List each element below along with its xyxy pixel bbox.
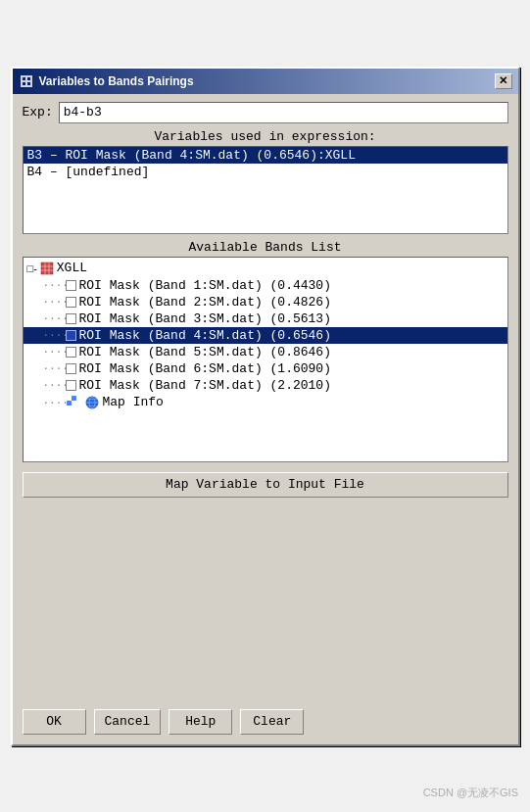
map-info-label: Map Info (103, 395, 164, 409)
vars-list[interactable]: B3 – ROI Mask (Band 4:SM.dat) (0.6546):X… (23, 146, 508, 234)
available-section: Available Bands List □- (23, 240, 508, 462)
svg-rect-0 (21, 75, 32, 87)
tree-child-label: ROI Mask (Band 2:SM.dat) (0.4826) (79, 295, 331, 310)
tree-child-item[interactable]: ····ROI Mask (Band 4:SM.dat) (0.6546) (24, 327, 507, 344)
exp-label: Exp: (23, 105, 53, 119)
tree-checkbox[interactable] (66, 280, 76, 291)
tree-children: ····ROI Mask (Band 1:SM.dat) (0.4430)···… (24, 277, 507, 394)
ok-button[interactable]: OK (23, 709, 86, 735)
vars-list-item[interactable]: B4 – [undefined] (24, 164, 507, 180)
tree-expand-icon[interactable]: □- (27, 263, 37, 274)
tree-checkbox[interactable] (66, 347, 76, 358)
tree-checkbox[interactable] (66, 297, 76, 308)
tree-checkbox[interactable] (66, 363, 76, 374)
dialog-window: Variables to Bands Pairings ✕ Exp: Varia… (11, 67, 520, 746)
vars-list-item[interactable]: B3 – ROI Mask (Band 4:SM.dat) (0.6546):X… (24, 147, 507, 164)
clear-button[interactable]: Clear (240, 709, 304, 735)
tree-child-item[interactable]: ····ROI Mask (Band 7:SM.dat) (2.2010) (24, 377, 507, 394)
tree-child-label: ROI Mask (Band 7:SM.dat) (2.2010) (79, 378, 331, 393)
dots-icon: ···· (43, 346, 63, 358)
bottom-buttons: OK Cancel Help Clear (13, 701, 518, 744)
dots-icon: ···· (43, 296, 63, 308)
tree-child-item[interactable]: ····ROI Mask (Band 6:SM.dat) (1.6090) (24, 360, 507, 377)
svg-rect-11 (72, 396, 76, 401)
svg-rect-1 (23, 77, 25, 80)
exp-row: Exp: (23, 102, 508, 123)
tree-root[interactable]: □- XGLL (24, 260, 507, 277)
watermark: CSDN @无凌不GIS (423, 786, 518, 800)
dots-icon: ···· (43, 329, 63, 341)
dialog-content: Exp: Variables used in expression: B3 – … (13, 94, 518, 505)
tree-child-label: ROI Mask (Band 3:SM.dat) (0.5613) (79, 311, 331, 326)
title-bar: Variables to Bands Pairings ✕ (13, 69, 518, 94)
window-icon (19, 73, 34, 89)
map-info-row[interactable]: ···· (24, 394, 507, 411)
dots-icon: ···· (43, 362, 63, 374)
tree-checkbox[interactable] (66, 313, 76, 324)
tree-container: □- XGLL (24, 258, 507, 413)
dots-icon: ···· (43, 397, 63, 408)
dots-icon: ···· (43, 379, 63, 391)
cancel-button[interactable]: Cancel (94, 709, 162, 735)
map-variable-button[interactable]: Map Variable to Input File (23, 472, 508, 498)
tree-child-item[interactable]: ····ROI Mask (Band 3:SM.dat) (0.5613) (24, 310, 507, 327)
window-title: Variables to Bands Pairings (39, 74, 194, 88)
globe-icon (84, 395, 100, 410)
tree-child-item[interactable]: ····ROI Mask (Band 1:SM.dat) (0.4430) (24, 277, 507, 294)
available-list[interactable]: □- XGLL (23, 257, 508, 462)
help-button[interactable]: Help (169, 709, 232, 735)
tree-checkbox[interactable] (66, 330, 76, 341)
vars-section-label: Variables used in expression: (23, 129, 508, 144)
globe-expand-icon (66, 395, 81, 410)
tree-child-label: ROI Mask (Band 5:SM.dat) (0.8646) (79, 345, 331, 359)
tree-child-item[interactable]: ····ROI Mask (Band 2:SM.dat) (0.4826) (24, 294, 507, 310)
tree-checkbox[interactable] (66, 380, 76, 391)
svg-rect-3 (23, 82, 25, 85)
exp-input[interactable] (59, 102, 508, 123)
tree-child-label: ROI Mask (Band 4:SM.dat) (0.6546) (79, 328, 331, 343)
available-section-label: Available Bands List (23, 240, 508, 255)
svg-rect-2 (27, 77, 30, 80)
tree-child-label: ROI Mask (Band 1:SM.dat) (0.4430) (79, 278, 331, 293)
svg-rect-5 (41, 263, 53, 274)
tree-child-label: ROI Mask (Band 6:SM.dat) (1.6090) (79, 361, 331, 376)
svg-rect-4 (27, 82, 30, 85)
tree-child-item[interactable]: ····ROI Mask (Band 5:SM.dat) (0.8646) (24, 344, 507, 360)
vars-section: Variables used in expression: B3 – ROI M… (23, 129, 508, 234)
svg-rect-10 (67, 401, 72, 406)
spacer (13, 505, 518, 701)
raster-icon (39, 261, 55, 276)
dots-icon: ···· (43, 312, 63, 324)
close-button[interactable]: ✕ (495, 73, 512, 89)
title-bar-left: Variables to Bands Pairings (19, 73, 194, 89)
tree-root-label: XGLL (57, 261, 87, 275)
dots-icon: ···· (43, 279, 63, 291)
